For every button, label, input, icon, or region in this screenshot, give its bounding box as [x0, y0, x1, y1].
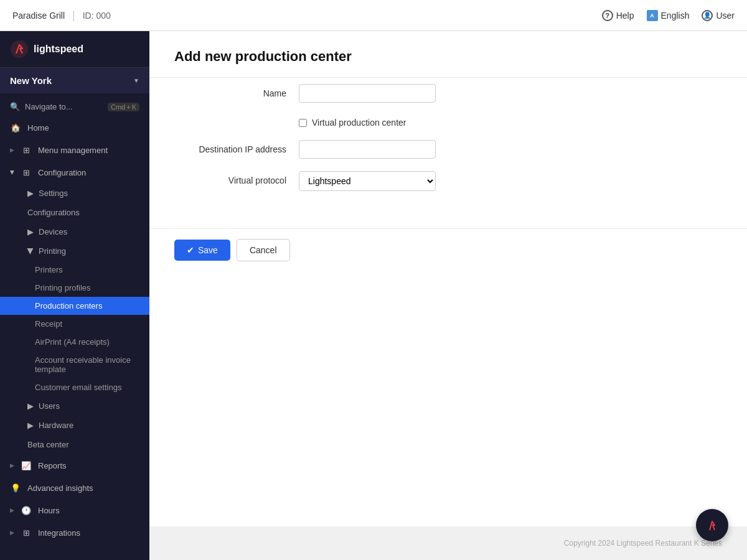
form-actions: ✔ Save Cancel — [149, 228, 747, 271]
sidebar-subsub-label: Receipt — [35, 319, 62, 329]
sidebar-subsub-label: Printers — [35, 265, 63, 274]
arrow-right-icon: ▶ — [27, 189, 34, 198]
keyboard-shortcut: Cmd + K — [108, 103, 139, 111]
sidebar-item-production-centers[interactable]: Production centers — [0, 297, 149, 315]
page-header: Add new production center — [149, 31, 747, 77]
sidebar-subsub-label: Printing profiles — [35, 283, 91, 292]
virtual-protocol-control: Lightspeed Custom — [299, 171, 436, 191]
logo-text: lightspeed — [34, 44, 83, 55]
sidebar-item-account-receivable[interactable]: Account receivable invoice template — [0, 351, 149, 378]
sidebar-item-label: Configuration — [38, 168, 86, 177]
sidebar-item-beta-center[interactable]: Beta center — [0, 435, 149, 454]
help-icon: ? — [602, 10, 613, 21]
shortcut-cmd: Cmd — [111, 103, 125, 111]
arrow-right-icon: ▶ — [27, 421, 34, 430]
cancel-label: Cancel — [250, 245, 277, 255]
header-separator: | — [72, 9, 75, 22]
sidebar-item-customer-email[interactable]: Customer email settings — [0, 378, 149, 396]
sidebar: lightspeed New York ▼ 🔍 Navigate to... C… — [0, 31, 149, 560]
name-input[interactable] — [299, 84, 436, 103]
sidebar-nav: 🔍 Navigate to... Cmd + K 🏠 Home ▶ ⊞ Menu… — [0, 93, 149, 560]
home-icon: 🏠 — [10, 122, 21, 133]
sidebar-item-home[interactable]: 🏠 Home — [0, 116, 149, 139]
sidebar-item-label: Integrations — [38, 528, 80, 538]
location-chevron-icon: ▼ — [133, 77, 139, 84]
arrow-down-icon: ▶ — [9, 170, 16, 175]
navigate-label: Navigate to... — [25, 102, 73, 111]
virtual-protocol-select[interactable]: Lightspeed Custom — [299, 171, 436, 191]
sidebar-item-label: Reports — [38, 461, 67, 470]
sidebar-item-integrations[interactable]: ▶ ⊞ Integrations — [0, 521, 149, 544]
dest-ip-input[interactable] — [299, 140, 436, 159]
navigate-search[interactable]: 🔍 Navigate to... Cmd + K — [0, 97, 149, 116]
virtual-spacer — [174, 115, 299, 119]
language-button[interactable]: A English — [647, 10, 690, 21]
sidebar-item-advanced-insights[interactable]: 💡 Advanced insights — [0, 477, 149, 499]
sidebar-sub-label: Settings — [39, 189, 68, 198]
config-icon: ⊞ — [21, 167, 32, 178]
help-label: Help — [616, 11, 634, 21]
virtual-label[interactable]: Virtual production center — [312, 118, 406, 128]
sidebar-item-reports[interactable]: ▶ 📈 Reports — [0, 454, 149, 477]
header-left: Paradise Grill | ID: 000 — [12, 9, 111, 22]
app-body: lightspeed New York ▼ 🔍 Navigate to... C… — [0, 31, 747, 560]
dest-ip-label: Destination IP address — [174, 140, 299, 154]
save-check-icon: ✔ — [187, 245, 194, 255]
name-control — [299, 84, 436, 103]
sidebar-logo: lightspeed — [0, 31, 149, 68]
sidebar-item-configurations[interactable]: Configurations — [0, 203, 149, 222]
svg-point-0 — [11, 40, 28, 58]
sidebar-subsub-label: Account receivable invoice template — [35, 355, 131, 374]
menu-icon: ⊞ — [21, 144, 32, 156]
user-button[interactable]: 👤 User — [702, 10, 735, 21]
virtual-control: Virtual production center — [299, 115, 436, 128]
arrow-right-icon: ▶ — [10, 462, 14, 469]
virtual-protocol-row: Virtual protocol Lightspeed Custom — [174, 171, 722, 191]
sidebar-item-receipt[interactable]: Receipt — [0, 315, 149, 333]
page-footer: Copyright 2024 Lightspeed Restaurant K S… — [149, 526, 747, 560]
sidebar-item-airprint[interactable]: AirPrint (A4 receipts) — [0, 333, 149, 351]
sidebar-item-users[interactable]: ▶ Users — [0, 396, 149, 416]
virtual-protocol-label: Virtual protocol — [174, 171, 299, 185]
virtual-checkbox[interactable] — [299, 119, 307, 127]
sidebar-subsub-label: Customer email settings — [35, 383, 121, 392]
copyright-text: Copyright 2024 Lightspeed Restaurant K S… — [564, 539, 722, 548]
sidebar-subsub-label: Production centers — [35, 301, 102, 310]
arrow-right-icon: ▶ — [10, 507, 14, 513]
name-row: Name — [174, 84, 722, 103]
sidebar-item-configuration[interactable]: ▶ ⊞ Configuration — [0, 161, 149, 184]
save-button[interactable]: ✔ Save — [174, 240, 230, 261]
language-label: English — [661, 11, 690, 21]
hours-icon: 🕐 — [21, 505, 32, 516]
sidebar-item-menu-management[interactable]: ▶ ⊞ Menu management — [0, 139, 149, 161]
help-button[interactable]: ? Help — [602, 10, 634, 21]
cancel-button[interactable]: Cancel — [237, 239, 290, 261]
location-selector[interactable]: New York ▼ — [0, 68, 149, 93]
sidebar-item-devices[interactable]: ▶ Devices — [0, 222, 149, 241]
fab-logo-icon — [705, 518, 720, 533]
sidebar-item-printers[interactable]: Printers — [0, 261, 149, 279]
arrow-right-icon: ▶ — [27, 227, 34, 236]
location-name: New York — [10, 75, 52, 86]
arrow-right-icon: ▶ — [27, 401, 34, 411]
sidebar-item-hours[interactable]: ▶ 🕐 Hours — [0, 499, 149, 521]
sidebar-subsub-label: AirPrint (A4 receipts) — [35, 337, 110, 347]
sidebar-sub-label: Devices — [39, 227, 67, 236]
header-right: ? Help A English 👤 User — [602, 10, 735, 21]
sidebar-item-label: Advanced insights — [27, 483, 93, 493]
sidebar-item-settings[interactable]: ▶ Settings — [0, 184, 149, 203]
reports-icon: 📈 — [21, 460, 32, 471]
page-title: Add new production center — [174, 49, 722, 65]
sidebar-sub-label: Configurations — [27, 208, 80, 217]
arrow-right-icon: ▶ — [10, 530, 14, 536]
sidebar-item-printing[interactable]: ▶ Printing — [0, 241, 149, 261]
language-icon: A — [647, 10, 658, 21]
sidebar-sub-label: Beta center — [27, 440, 69, 449]
arrow-right-icon: ▶ — [10, 147, 14, 153]
sidebar-item-hardware[interactable]: ▶ Hardware — [0, 416, 149, 435]
sidebar-item-printing-profiles[interactable]: Printing profiles — [0, 279, 149, 297]
main-content: Add new production center Name — [149, 31, 747, 560]
user-icon: 👤 — [702, 10, 713, 21]
fab-button[interactable] — [696, 509, 728, 541]
user-label: User — [716, 11, 735, 21]
